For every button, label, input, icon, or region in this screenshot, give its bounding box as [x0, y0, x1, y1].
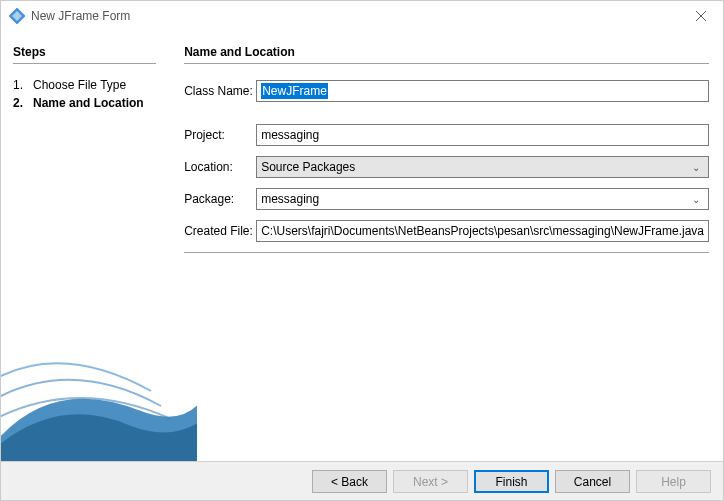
decoration-graphic [1, 311, 197, 461]
step-number: 2. [13, 96, 33, 110]
form-panel: Name and Location Class Name: NewJFrame … [168, 31, 723, 461]
step-number: 1. [13, 78, 33, 92]
classname-input[interactable]: NewJFrame [256, 80, 709, 102]
steps-list: 1. Choose File Type 2. Name and Location [13, 76, 156, 112]
window-title: New JFrame Form [31, 9, 678, 23]
package-select[interactable]: messaging ⌄ [256, 188, 709, 210]
button-bar: < Back Next > Finish Cancel Help [1, 461, 723, 501]
form-heading: Name and Location [184, 45, 709, 59]
steps-heading: Steps [13, 45, 156, 59]
finish-button[interactable]: Finish [474, 470, 549, 493]
step-label: Choose File Type [33, 78, 126, 92]
divider [184, 252, 709, 253]
project-label: Project: [184, 128, 256, 142]
chevron-down-icon: ⌄ [688, 162, 704, 173]
location-label: Location: [184, 160, 256, 174]
createdfile-value: C:\Users\fajri\Documents\NetBeansProject… [261, 224, 704, 238]
divider [13, 63, 156, 64]
step-item: 1. Choose File Type [13, 76, 156, 94]
step-label: Name and Location [33, 96, 144, 110]
location-value: Source Packages [261, 160, 355, 174]
classname-label: Class Name: [184, 84, 256, 98]
cancel-button[interactable]: Cancel [555, 470, 630, 493]
location-select[interactable]: Source Packages ⌄ [256, 156, 709, 178]
next-button: Next > [393, 470, 468, 493]
help-button: Help [636, 470, 711, 493]
package-label: Package: [184, 192, 256, 206]
back-button[interactable]: < Back [312, 470, 387, 493]
step-item: 2. Name and Location [13, 94, 156, 112]
titlebar: New JFrame Form [1, 1, 723, 31]
classname-value: NewJFrame [261, 83, 328, 99]
chevron-down-icon: ⌄ [688, 194, 704, 205]
project-input: messaging [256, 124, 709, 146]
divider [184, 63, 709, 64]
package-value: messaging [261, 192, 319, 206]
project-value: messaging [261, 128, 319, 142]
createdfile-input: C:\Users\fajri\Documents\NetBeansProject… [256, 220, 709, 242]
close-button[interactable] [678, 1, 723, 31]
createdfile-label: Created File: [184, 224, 256, 238]
steps-panel: Steps 1. Choose File Type 2. Name and Lo… [1, 31, 168, 461]
app-icon [9, 8, 25, 24]
